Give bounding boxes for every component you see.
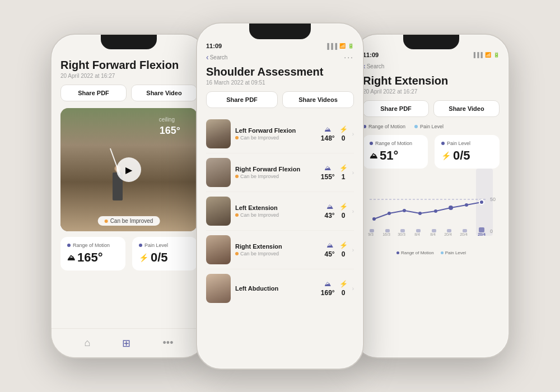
right-range-dot <box>370 142 373 145</box>
range-metric-0: ⛰ 148° <box>321 125 335 142</box>
pain-icon-3: ⚡ <box>339 241 348 249</box>
more-nav-icon[interactable]: ••• <box>163 337 174 349</box>
right-range-label-text: Range of Motion <box>375 141 412 146</box>
right-pain-number: 0/5 <box>453 148 470 163</box>
assessment-item-1[interactable]: Right Forward Flexion Can be Improved ⛰ … <box>206 153 354 192</box>
assessment-name-2: Left Extension <box>235 204 320 211</box>
assessment-item-4[interactable]: Left Abduction ⛰ 169° ⚡ 0 › <box>206 269 354 307</box>
legend-dot-pain <box>414 125 418 128</box>
pain-metric-1: ⚡ 1 <box>339 164 348 181</box>
right-back-button[interactable]: ‹ Search <box>363 62 384 71</box>
right-wifi-icon: 📶 <box>485 52 491 58</box>
assessment-item-3[interactable]: Right Extension Can be Improved ⛰ 45° ⚡ <box>206 231 354 269</box>
legend-range: Range of Motion <box>363 124 405 129</box>
assessment-list: Left Forward Flexion Can be Improved ⛰ 1… <box>206 115 354 307</box>
right-status-icons: ▐▐▐ 📶 🔋 <box>472 52 500 58</box>
right-pain-icon: ⚡ <box>441 151 451 160</box>
left-share-pdf-button[interactable]: Share PDF <box>60 85 127 101</box>
status-dot-3 <box>235 252 239 255</box>
status-text-2: Can be Improved <box>240 212 279 218</box>
range-icon-3: ⛰ <box>326 241 333 249</box>
svg-rect-26 <box>479 227 484 232</box>
grid-nav-icon[interactable]: ⊞ <box>122 337 130 349</box>
right-pain-label-text: Pain Level <box>447 141 470 146</box>
right-page-title: Right Extension <box>363 74 500 87</box>
pain-icon-0: ⚡ <box>339 125 348 133</box>
chart-legend-dot-range <box>396 251 399 254</box>
assessment-item-0[interactable]: Left Forward Flexion Can be Improved ⛰ 1… <box>206 115 354 153</box>
range-number: 165° <box>77 250 103 265</box>
pain-val-4: 0 <box>342 289 346 297</box>
assessment-info-1: Right Forward Flexion Can be Improved <box>235 166 316 179</box>
screen-right: ‹ Search Right Extension 20 April 2022 a… <box>354 58 508 353</box>
notch-right <box>403 35 459 49</box>
pain-val-1: 1 <box>342 173 346 181</box>
left-share-video-button[interactable]: Share Video <box>131 85 197 101</box>
range-icon-1: ⛰ <box>324 164 331 172</box>
right-share-pdf-button[interactable]: Share PDF <box>363 100 429 117</box>
back-chevron-icon: ‹ <box>206 53 209 62</box>
right-pain-dot <box>441 142 445 145</box>
legend-label-range: Range of Motion <box>368 124 405 129</box>
graph-legend: Range of Motion Pain Level <box>363 124 500 129</box>
assessment-status-2: Can be Improved <box>235 212 320 218</box>
assessment-info-4: Left Abduction <box>235 285 316 292</box>
right-pain-value: ⚡ 0/5 <box>441 148 493 163</box>
svg-text:8/4: 8/4 <box>430 232 436 236</box>
range-val-4: 169° <box>321 289 335 297</box>
svg-text:20/4: 20/4 <box>444 232 452 236</box>
chevron-3: › <box>352 247 354 253</box>
svg-point-9 <box>465 203 468 207</box>
pain-metric-2: ⚡ 0 <box>339 203 348 220</box>
status-dot <box>105 220 108 223</box>
range-val-3: 45° <box>325 250 335 258</box>
right-range-label: Range of Motion <box>370 141 421 146</box>
right-share-video-button[interactable]: Share Video <box>433 100 500 117</box>
pain-label-text: Pain Level <box>144 242 168 248</box>
chart-legend-pain: Pain Level <box>441 250 466 255</box>
video-thumbnail[interactable]: ceiling 165° ▶ Can be Improv <box>60 108 197 231</box>
center-page-subtitle: 16 March 2022 at 09:51 <box>206 80 354 86</box>
play-button[interactable]: ▶ <box>116 157 141 182</box>
svg-point-6 <box>418 212 422 215</box>
svg-rect-22 <box>416 229 421 232</box>
status-text-0: Can be Improved <box>240 135 279 141</box>
pain-metric-4: ⚡ 0 <box>339 280 348 297</box>
svg-text:9/3: 9/3 <box>368 232 374 236</box>
svg-rect-25 <box>463 229 467 232</box>
assessment-status-0: Can be Improved <box>235 135 316 141</box>
screen-left: Right Forward Flexion 20 April 2022 at 1… <box>52 52 206 346</box>
left-page-subtitle: 20 April 2022 at 16:27 <box>60 73 197 79</box>
range-icon-0: ⛰ <box>324 125 331 133</box>
video-overlay: ▶ <box>60 108 197 231</box>
assessment-thumb-0 <box>206 119 231 148</box>
right-pain-label: Pain Level <box>441 141 493 146</box>
assessment-thumb-1 <box>206 158 231 187</box>
pain-label: Pain Level <box>139 242 190 248</box>
pain-val-2: 0 <box>342 212 346 220</box>
phone-center: 11:09 ▐▐▐ 📶 🔋 ‹ Search ··· Shoulder Asse… <box>196 22 364 370</box>
range-dot <box>67 244 71 247</box>
svg-text:20/4: 20/4 <box>478 232 486 236</box>
assessment-item-2[interactable]: Left Extension Can be Improved ⛰ 43° ⚡ <box>206 192 354 231</box>
range-value: ⛰ 165° <box>67 250 119 265</box>
assessment-name-3: Right Extension <box>235 243 320 250</box>
chevron-0: › <box>352 131 354 137</box>
assessment-name-1: Right Forward Flexion <box>235 166 316 172</box>
home-nav-icon[interactable]: ⌂ <box>85 337 91 349</box>
assessment-thumb-3 <box>206 235 231 264</box>
assessment-status-1: Can be Improved <box>235 174 316 179</box>
status-dot-2 <box>235 213 239 217</box>
center-share-pdf-button[interactable]: Share PDF <box>206 91 278 108</box>
center-share-videos-button[interactable]: Share Videos <box>282 91 354 108</box>
svg-point-5 <box>403 209 406 212</box>
more-options-button[interactable]: ··· <box>344 53 354 62</box>
status-text-1: Can be Improved <box>240 174 279 179</box>
phones-container: Right Forward Flexion 20 April 2022 at 1… <box>11 11 549 381</box>
pain-val-0: 0 <box>342 134 346 142</box>
right-back-label: Search <box>367 63 385 69</box>
can-be-improved-badge: Can be Improved <box>98 216 160 226</box>
assessment-name-4: Left Abduction <box>235 285 316 292</box>
back-to-search[interactable]: ‹ Search <box>206 53 227 62</box>
pain-val-3: 0 <box>342 250 346 258</box>
